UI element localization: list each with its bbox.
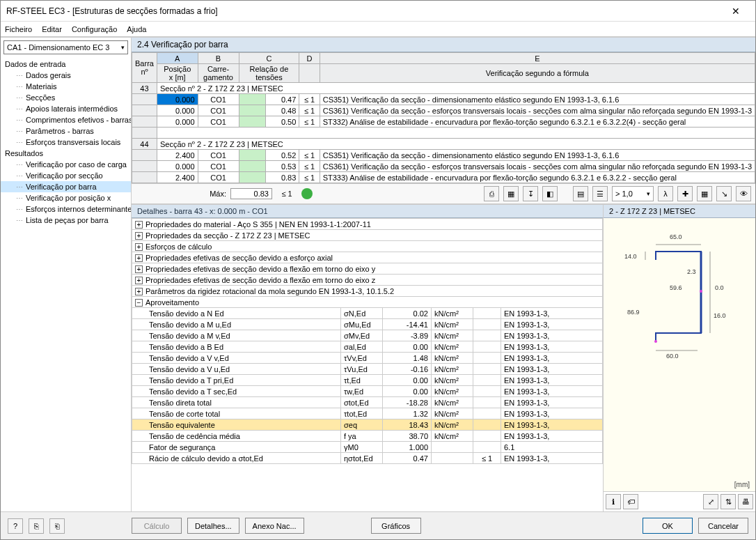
detail-row[interactable]: Tensão equivalenteσeq18.43kN/cm²EN 1993-… [132, 419, 603, 431]
detail-row[interactable]: Tensão devido a M v,EdσMv,Ed-3.89kN/cm²E… [132, 330, 603, 341]
col-D[interactable]: D [299, 53, 320, 64]
expand-icon[interactable]: + [135, 265, 143, 273]
expand-icon[interactable]: + [135, 288, 143, 295]
detail-row[interactable]: Tensão devido a N EdσN,Ed0.02kN/cm²EN 19… [132, 308, 603, 319]
col-ver[interactable]: Verificação segundo a fórmula [320, 64, 755, 83]
tree-item-r6[interactable]: Lista de peças por barra [1, 215, 131, 226]
tree-item-general[interactable]: Dados gerais [1, 70, 131, 81]
col-pos[interactable]: Posição x [m] [157, 64, 198, 83]
detail-row[interactable]: Tensão de corte totalτtot,Ed1.32kN/cm²EN… [132, 408, 603, 419]
close-icon[interactable]: ✕ [722, 6, 750, 17]
preview-canvas[interactable]: 65.0 14.0 2.3 59.6 0.0 86.9 16.0 60.0 [m… [604, 218, 755, 491]
import-icon[interactable]: ⎗ [49, 518, 65, 534]
expand-icon[interactable]: + [135, 232, 143, 240]
details-panel: Detalhes - barra 43 - x: 0.000 m - CO1 +… [132, 205, 604, 511]
detail-row[interactable]: Tensão devido a B Edσal,Ed0.00kN/cm²EN 1… [132, 341, 603, 353]
svg-point-5 [654, 340, 657, 343]
col-A[interactable]: A [157, 53, 198, 64]
tree-item-r1[interactable]: Verificação por caso de carga [1, 159, 131, 170]
detail-row[interactable]: Tensão devido a T pri,Edτt,Ed0.00kN/cm²E… [132, 375, 603, 386]
menu-config[interactable]: Configuração [72, 25, 117, 33]
expand-icon[interactable]: + [135, 277, 143, 284]
eye-icon[interactable]: 👁 [736, 186, 751, 201]
excel-icon[interactable]: ▦ [697, 186, 712, 201]
case-combo[interactable]: CA1 - Dimensionamento EC 3 ▾ [3, 40, 128, 54]
annex-button[interactable]: Anexo Nac... [245, 518, 304, 534]
tree-item-r2[interactable]: Verificação por secção [1, 170, 131, 181]
ok-button[interactable]: OK [643, 518, 693, 534]
tag-icon[interactable]: 🏷 [623, 494, 638, 509]
menu-help[interactable]: Ajuda [127, 25, 146, 33]
tree-group-results[interactable]: Resultados [1, 148, 131, 159]
tool-icon-3[interactable]: ↧ [523, 186, 538, 201]
tool-icon-4[interactable]: ◧ [542, 186, 558, 201]
tree-item-lateral[interactable]: Apoios laterais intermédios [1, 103, 131, 114]
col-B[interactable]: B [198, 53, 239, 64]
nav-tree: Dados de entrada Dados gerais Materiais … [1, 57, 131, 511]
results-grid[interactable]: Barra nº A B C D E Posição x [m] Carre- … [132, 52, 755, 183]
print-icon[interactable]: 🖶 [738, 494, 753, 509]
tree-item-params[interactable]: Parâmetros - barras [1, 125, 131, 137]
detail-row[interactable]: Tensão devido a V v,EdτVv,Ed1.48kN/cm²EN… [132, 353, 603, 364]
flip-icon[interactable]: ⇅ [720, 494, 736, 509]
tree-item-r3[interactable]: Verificação por barra [1, 181, 131, 192]
detail-row[interactable]: Fator de segurançaγM01.0006.1 [132, 442, 603, 453]
menu-file[interactable]: Ficheiro [5, 25, 32, 33]
help-icon[interactable]: ? [8, 518, 23, 534]
table-row[interactable]: 0.000CO10.50≤ 1ST332) Análise de estabil… [132, 116, 755, 128]
tool-icon-1[interactable]: ⎙ [484, 186, 499, 201]
table-row[interactable]: 2.400CO10.83≤ 1ST333) Análise de estabil… [132, 172, 755, 183]
col-carr[interactable]: Carre- gamento [198, 64, 239, 83]
filter-icon[interactable]: ▤ [573, 186, 588, 201]
detail-row[interactable]: Tensão devido a V u,EdτVu,Ed-0.16kN/cm²E… [132, 364, 603, 375]
threshold-combo[interactable]: > 1,0▾ [612, 186, 654, 201]
preview-title: 2 - Z 172 Z 23 | METSEC [604, 205, 755, 218]
detail-row[interactable]: Tensão devido a M u,EdσMu,Ed-14.41kN/cm²… [132, 319, 603, 330]
graphics-button[interactable]: Gráficos [371, 518, 421, 534]
svg-point-4 [700, 290, 702, 293]
tree-item-r4[interactable]: Verificação por posição x [1, 192, 131, 203]
max-label: Máx: [136, 190, 226, 198]
table-row[interactable]: 0.000CO10.48≤ 1CS361) Verificação da sec… [132, 105, 755, 116]
max-le: ≤ 1 [276, 190, 297, 198]
calc-button[interactable]: Cálculo [132, 518, 182, 534]
tree-item-efflen[interactable]: Comprimentos efetivos - barras [1, 114, 131, 125]
table-row[interactable]: 0.000CO10.53≤ 1CS361) Verificação da sec… [132, 161, 755, 172]
axis-icon[interactable]: ⤢ [703, 494, 718, 509]
cancel-button[interactable]: Cancelar [698, 518, 748, 534]
info-icon[interactable]: ℹ [606, 494, 621, 509]
unit-label: [mm] [734, 481, 750, 488]
tree-item-transv[interactable]: Esforços transversais locais [1, 137, 131, 148]
expand-icon[interactable]: + [135, 243, 143, 251]
sort-icon[interactable]: ☰ [592, 186, 608, 201]
export-icon[interactable]: ⎘ [29, 518, 44, 534]
detail-row[interactable]: Rácio de cálculo devido a σtot,Edησtot,E… [132, 453, 603, 464]
col-rel[interactable]: Relação de tensões [239, 64, 299, 83]
main-panel: 2.4 Verificação por barra Barra nº A B C… [132, 38, 755, 511]
col-C[interactable]: C [239, 53, 299, 64]
expand-icon[interactable]: + [135, 254, 143, 262]
menu-edit[interactable]: Editar [42, 25, 62, 33]
tool-icon-6[interactable]: ✚ [677, 186, 693, 201]
tool-icon-5[interactable]: λ [658, 186, 673, 201]
details-button[interactable]: Detalhes... [187, 518, 239, 534]
collapse-icon[interactable]: − [135, 299, 143, 307]
row-43[interactable]: 43 [132, 83, 157, 94]
detail-row[interactable]: Tensão direta totalσtot,Ed-18.28kN/cm²EN… [132, 397, 603, 408]
tree-item-sections[interactable]: Secções [1, 92, 131, 103]
detail-row[interactable]: Tensão devido a T sec,Edτw,Ed0.00kN/cm²E… [132, 386, 603, 397]
table-row[interactable]: 0.000CO10.47≤ 1CS351) Verificação da sec… [132, 94, 755, 105]
tree-item-materials[interactable]: Materiais [1, 81, 131, 92]
tree-item-r5[interactable]: Esforços internos determinantes [1, 203, 131, 215]
details-grid[interactable]: +Propriedades do material - Aço S 355 | … [132, 218, 603, 511]
tool-icon-7[interactable]: ↘ [716, 186, 732, 201]
col-E[interactable]: E [320, 53, 755, 64]
table-row[interactable]: 2.400CO10.52≤ 1CS351) Verificação da sec… [132, 150, 755, 161]
detail-row[interactable]: Tensão de cedência médiaf ya38.70kN/cm²E… [132, 431, 603, 442]
menubar: Ficheiro Editar Configuração Ajuda [1, 22, 755, 37]
col-barra[interactable]: Barra nº [132, 53, 157, 83]
tool-icon-2[interactable]: ▦ [503, 186, 519, 201]
row-44[interactable]: 44 [132, 139, 157, 150]
expand-icon[interactable]: + [135, 221, 143, 229]
tree-group-input[interactable]: Dados de entrada [1, 59, 131, 70]
